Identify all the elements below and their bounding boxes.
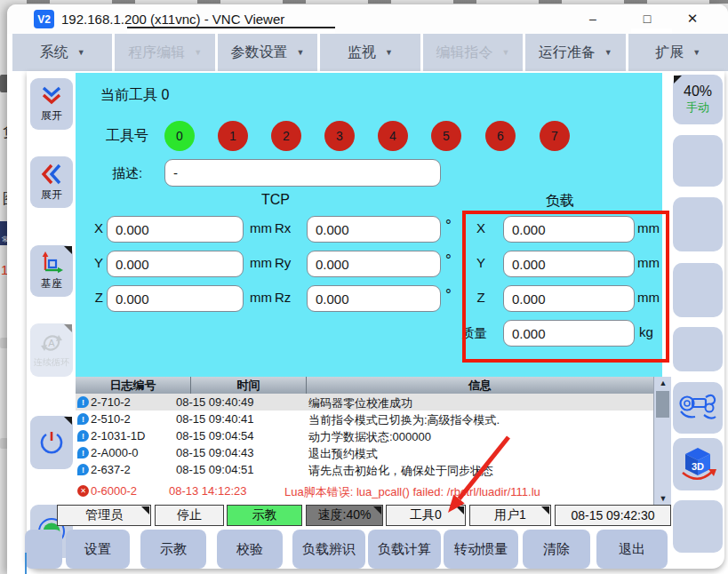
double-chevron-down-icon [39, 85, 64, 107]
status-role[interactable]: 管理员 [57, 505, 151, 526]
log-row[interactable]: ! 2-637-2 08-15 09:04:51 请先点击初始化，确保处于同步状… [76, 461, 653, 478]
right-blank-button[interactable] [673, 327, 723, 371]
description-input[interactable] [164, 159, 441, 187]
minimize-button[interactable]: – [573, 4, 612, 33]
log-id: 2-1031-1D [91, 429, 145, 442]
log-header-info: 信息 [307, 377, 653, 394]
menu-label: 运行准备 [539, 44, 596, 62]
window-title: 192.168.1.200 (x11vnc) - VNC Viewer [61, 12, 284, 27]
teach-button[interactable]: 示教 [140, 530, 206, 569]
log-time: 08-15 09:40:49 [176, 395, 253, 409]
view-3d-button[interactable]: 3D [673, 438, 723, 490]
load-identify-button[interactable]: 负载辨识 [292, 530, 365, 569]
tool-circle-0[interactable]: 0 [164, 121, 195, 151]
tcp-runit: ° [445, 217, 452, 235]
status-mode[interactable]: 示教 [227, 505, 302, 526]
title-bar: V2 192.168.1.200 (x11vnc) - VNC Viewer –… [7, 4, 728, 34]
tcp-y-input[interactable] [107, 251, 244, 277]
load-mass-input[interactable] [503, 320, 635, 347]
menu-label: 扩展 [655, 44, 684, 62]
load-axis-label: Z [469, 290, 492, 305]
load-z-input[interactable] [503, 285, 635, 312]
exit-button[interactable]: 退出 [596, 530, 668, 569]
status-speed[interactable]: 速度:40% [306, 505, 383, 526]
info-icon: ! [77, 464, 89, 475]
tool-circle-2[interactable]: 2 [271, 121, 301, 151]
right-blank-button[interactable] [673, 197, 723, 251]
verify-button[interactable]: 校验 [217, 530, 283, 569]
menu-monitor[interactable]: 监视▼ [320, 34, 420, 71]
info-icon: ! [77, 413, 89, 425]
double-chevron-left-icon [40, 163, 63, 186]
load-calc-button[interactable]: 负载计算 [368, 530, 441, 569]
tool-circle-3[interactable]: 3 [324, 121, 355, 151]
tcp-unit: mm [250, 290, 272, 305]
scrollbar-thumb[interactable] [656, 391, 669, 418]
menu-label: 参数设置 [231, 44, 288, 62]
log-row[interactable]: ! 2-510-2 08-15 09:40:41 当前指令模式已切换为:高级指令… [76, 411, 653, 427]
right-blank-button[interactable] [673, 135, 723, 187]
settings-button[interactable]: 设置 [66, 530, 130, 569]
menu-program-edit: 程序编辑▼ [115, 34, 214, 71]
tool-circle-1[interactable]: 1 [218, 121, 248, 151]
expand-left-button[interactable]: 展开 [30, 156, 73, 208]
load-x-input[interactable] [503, 216, 635, 243]
screen: 负 图 常 1 V2 192.168.1.200 (x11vnc) - VNC … [0, 0, 728, 574]
status-run-state[interactable]: 停止 [155, 505, 224, 526]
log-time: 08-15 09:04:54 [176, 429, 253, 442]
log-row-error[interactable]: ✕ 0-6000-2 08-13 14:12:23 Lua脚本错误: lua_p… [76, 482, 653, 505]
load-mass-label: 质量 [461, 325, 500, 342]
clear-button[interactable]: 清除 [523, 530, 590, 569]
right-blank-button[interactable] [673, 500, 723, 553]
tcp-ry-input[interactable] [307, 251, 441, 277]
right-blank-button[interactable] [673, 263, 723, 317]
tool-circle-7[interactable]: 7 [540, 121, 570, 151]
hand-guide-button[interactable] [673, 382, 723, 434]
log-row[interactable]: ! 2-1031-1D 08-15 09:04:54 动力学数据状态:00000… [76, 427, 653, 444]
log-id: 2-637-2 [91, 463, 131, 476]
chevron-down-icon: ▼ [385, 48, 393, 57]
desktop-top-dashes [27, 0, 728, 4]
action-blank-button[interactable] [25, 530, 62, 569]
tcp-rx-input[interactable] [307, 216, 441, 243]
tcp-raxis-label: Ry [275, 255, 291, 270]
menu-label: 程序编辑 [128, 44, 185, 62]
tcp-axis-label: X [89, 220, 103, 235]
chevron-down-icon: ▼ [692, 48, 700, 57]
scroll-up-icon[interactable]: ▲ [654, 377, 672, 389]
info-icon: ! [77, 396, 89, 408]
tcp-x-input[interactable] [107, 216, 244, 243]
close-button[interactable]: ✕ [673, 4, 712, 33]
log-list: ! 2-710-2 08-15 09:40:49 编码器零位校准成功 ! 2-5… [76, 394, 653, 505]
tool-circle-5[interactable]: 5 [431, 121, 461, 151]
mode-value: 手动 [686, 100, 709, 116]
tool-circle-4[interactable]: 4 [378, 121, 408, 151]
error-icon: ✕ [77, 485, 89, 497]
log-time: 08-13 14:12:23 [169, 484, 246, 498]
tcp-axis-label: Y [89, 255, 103, 270]
tool-circle-6[interactable]: 6 [485, 121, 516, 151]
speed-mode-button[interactable]: 40% 手动 [673, 75, 723, 124]
vnc-logo-icon: V2 [34, 10, 54, 28]
menu-system[interactable]: 系统▼ [12, 34, 112, 71]
base-label: 基座 [41, 276, 62, 291]
menu-parameter-settings[interactable]: 参数设置▼ [218, 34, 317, 71]
chevron-down-icon: ▼ [501, 48, 509, 57]
tcp-rz-input[interactable] [307, 285, 441, 312]
log-row[interactable]: ! 2-710-2 08-15 09:40:49 编码器零位校准成功 [76, 394, 653, 411]
3d-view-icon: 3D [678, 446, 717, 483]
inertia-button[interactable]: 转动惯量 [444, 530, 518, 569]
base-frame-button[interactable]: 基座 [30, 245, 73, 297]
tcp-z-input[interactable] [107, 285, 244, 312]
menu-label: 监视 [348, 44, 376, 62]
load-y-input[interactable] [503, 251, 635, 277]
log-scrollbar[interactable]: ▲ ▼ [653, 377, 671, 505]
log-row[interactable]: ! 2-A000-0 08-15 09:04:43 退出预约模式 [76, 444, 653, 461]
power-button[interactable] [30, 416, 73, 469]
load-unit: mm [637, 290, 660, 305]
speed-value: 40% [684, 84, 712, 100]
expand-down-button[interactable]: 展开 [30, 78, 73, 130]
menu-run-prepare[interactable]: 运行准备▼ [525, 34, 625, 71]
scroll-down-icon[interactable]: ▼ [654, 492, 672, 505]
menu-extension[interactable]: 扩展▼ [628, 34, 728, 71]
